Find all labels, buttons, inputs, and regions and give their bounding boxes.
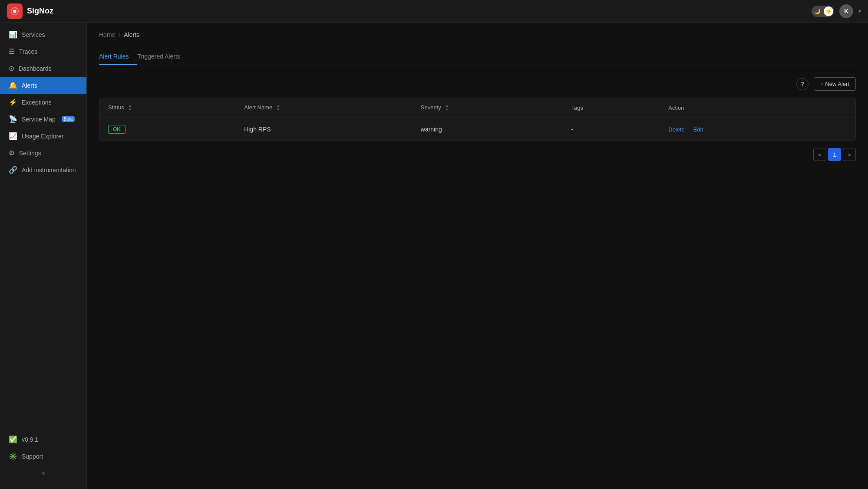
breadcrumb-home[interactable]: Home	[99, 31, 115, 38]
edit-link[interactable]: Edit	[693, 126, 703, 133]
sort-icon: ▲▼	[277, 104, 280, 112]
tab-triggered-alerts[interactable]: Triggered Alerts	[137, 49, 188, 65]
cell-tags: -	[562, 118, 660, 141]
collapse-icon: <	[41, 470, 45, 477]
avatar[interactable]: K	[839, 4, 853, 18]
chevron-down-icon: ▾	[858, 8, 861, 14]
delete-link[interactable]: Delete	[668, 126, 685, 133]
version-icon: ✅	[9, 435, 17, 443]
topbar: SigNoz 🌙 ☀️ K ▾	[0, 0, 868, 23]
sort-icon: ▲▼	[128, 104, 132, 112]
pagination: < 1 >	[99, 148, 856, 161]
sidebar-item-version: ✅ v0.9.1	[0, 431, 86, 448]
tabs: Alert Rules Triggered Alerts	[99, 49, 856, 65]
cell-alert-name: High RPS	[235, 118, 412, 141]
svg-point-0	[13, 10, 16, 13]
cell-status: OK	[99, 118, 235, 141]
column-tags: Tags	[562, 98, 660, 118]
column-status: Status ▲▼	[99, 98, 235, 118]
settings-icon: ⚙	[9, 149, 15, 157]
sidebar-item-exceptions[interactable]: ⚡ Exceptions	[0, 94, 86, 111]
theme-toggle[interactable]: 🌙 ☀️	[812, 6, 834, 17]
add-instrumentation-icon: 🔗	[9, 166, 17, 174]
help-button[interactable]: ?	[796, 78, 809, 90]
sidebar-item-label: Settings	[19, 150, 41, 157]
version-label: v0.9.1	[22, 436, 38, 443]
toolbar: ? + New Alert	[99, 77, 856, 91]
dashboards-icon: ⊙	[9, 64, 14, 72]
sidebar-item-support[interactable]: ✳️ Support	[0, 448, 86, 465]
sidebar-item-usage-explorer[interactable]: 📈 Usage Explorer	[0, 128, 86, 144]
table-body: OK High RPS warning - Delete Edit	[99, 118, 855, 141]
cell-action: Delete Edit	[660, 118, 855, 141]
table-row: OK High RPS warning - Delete Edit	[99, 118, 855, 141]
new-alert-button[interactable]: + New Alert	[814, 77, 856, 91]
alerts-table: Status ▲▼ Alert Name ▲▼ Severity ▲▼ Ta	[99, 98, 855, 141]
support-icon: ✳️	[9, 452, 17, 460]
sidebar-collapse-button[interactable]: <	[0, 465, 86, 482]
topbar-right: 🌙 ☀️ K ▾	[812, 4, 861, 18]
column-action: Action	[660, 98, 855, 118]
main-content: Home / Alerts Alert Rules Triggered Aler…	[87, 23, 868, 489]
sidebar-item-alerts[interactable]: 🔔 Alerts	[0, 77, 86, 94]
sidebar-item-add-instrumentation[interactable]: 🔗 Add instrumentation	[0, 161, 86, 178]
app-name: SigNoz	[27, 7, 53, 16]
alerts-icon: 🔔	[9, 81, 17, 89]
sidebar-item-label: Exceptions	[22, 99, 51, 106]
service-map-icon: 📡	[9, 115, 17, 123]
layout: 📊 Services ☰ Traces ⊙ Dashboards 🔔 Alert…	[0, 23, 868, 489]
status-badge: OK	[108, 125, 125, 134]
traces-icon: ☰	[9, 47, 15, 56]
sidebar-item-settings[interactable]: ⚙ Settings	[0, 144, 86, 161]
sidebar-item-services[interactable]: 📊 Services	[0, 26, 86, 43]
logo-icon	[7, 3, 23, 19]
table-header: Status ▲▼ Alert Name ▲▼ Severity ▲▼ Ta	[99, 98, 855, 118]
breadcrumb-current: Alerts	[124, 31, 139, 38]
sidebar: 📊 Services ☰ Traces ⊙ Dashboards 🔔 Alert…	[0, 23, 87, 489]
sidebar-item-service-map[interactable]: 📡 Service Map Beta	[0, 111, 86, 128]
sidebar-item-label: Add instrumentation	[22, 167, 76, 174]
column-severity: Severity ▲▼	[412, 98, 563, 118]
alerts-table-container: Status ▲▼ Alert Name ▲▼ Severity ▲▼ Ta	[99, 98, 856, 141]
beta-badge: Beta	[62, 116, 75, 122]
sort-icon: ▲▼	[445, 104, 449, 112]
sidebar-item-dashboards[interactable]: ⊙ Dashboards	[0, 60, 86, 77]
cell-severity: warning	[412, 118, 563, 141]
support-label: Support	[22, 453, 43, 460]
moon-icon: 🌙	[814, 8, 821, 14]
sidebar-item-label: Usage Explorer	[22, 133, 64, 140]
pagination-next[interactable]: >	[843, 148, 856, 161]
column-alert-name: Alert Name ▲▼	[235, 98, 412, 118]
services-icon: 📊	[9, 30, 17, 39]
usage-explorer-icon: 📈	[9, 132, 17, 140]
pagination-page-1[interactable]: 1	[828, 148, 841, 161]
sidebar-item-label: Service Map	[22, 116, 56, 123]
sidebar-bottom: ✅ v0.9.1 ✳️ Support <	[0, 427, 86, 486]
pagination-prev[interactable]: <	[813, 148, 826, 161]
sidebar-item-label: Alerts	[22, 82, 37, 89]
sidebar-item-label: Traces	[19, 48, 37, 55]
exceptions-icon: ⚡	[9, 98, 17, 106]
logo: SigNoz	[7, 3, 53, 19]
sidebar-item-label: Dashboards	[19, 65, 52, 72]
breadcrumb-separator: /	[119, 31, 120, 38]
tab-alert-rules[interactable]: Alert Rules	[99, 49, 137, 65]
sidebar-item-traces[interactable]: ☰ Traces	[0, 43, 86, 60]
sidebar-item-label: Services	[22, 31, 45, 38]
breadcrumb: Home / Alerts	[99, 31, 856, 38]
toggle-knob: ☀️	[824, 7, 833, 16]
